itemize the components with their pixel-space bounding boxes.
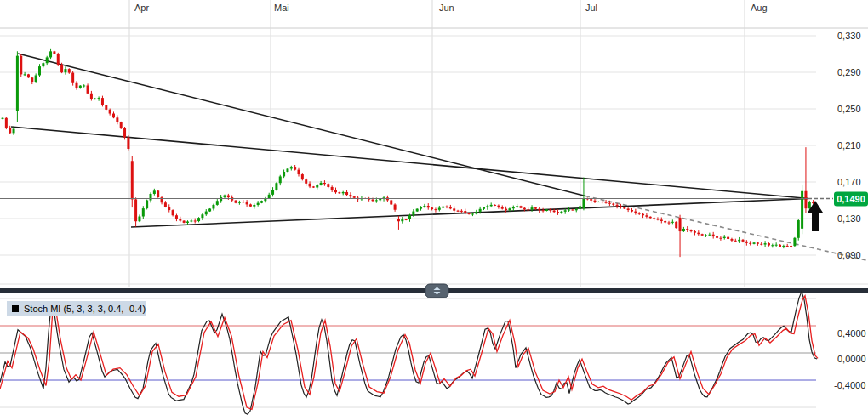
indicator-legend[interactable]: Stoch MI (5, 3, 3, 3, 0.4, -0.4)	[7, 301, 146, 316]
trendline-ascending-support	[131, 199, 808, 228]
month-label: Jun	[439, 3, 454, 13]
month-label: Jul	[585, 3, 597, 13]
price-axis[interactable]: 0,330 0,290 0,250 0,210 0,170 0,130 0,09…	[834, 31, 868, 260]
trendline-descending-shallow	[11, 127, 808, 199]
stoch-axis[interactable]: 0,4000 0,0000 -0,4000	[834, 328, 866, 390]
chart-canvas[interactable]: Apr Mai Jun Jul Aug 0,330 0,290 0,250 0,…	[0, 0, 868, 415]
time-ruler[interactable]: Apr Mai Jun Jul Aug	[134, 3, 768, 13]
month-label: Mai	[274, 3, 289, 13]
price-tick: 0,130	[837, 213, 861, 224]
price-tick: 0,290	[837, 67, 861, 77]
trendline-annotations[interactable]	[11, 54, 866, 260]
month-label: Aug	[751, 3, 768, 13]
indicator-label: Stoch MI (5, 3, 3, 3, 0.4, -0.4)	[24, 304, 146, 314]
indicator-bullet-icon	[12, 305, 19, 312]
stoch-tick: 0,4000	[837, 328, 866, 338]
price-tick: 0,170	[837, 177, 861, 187]
stoch-tick: -0,4000	[834, 380, 865, 390]
price-tick: 0,090	[837, 250, 861, 260]
price-tick: 0,250	[837, 104, 861, 114]
trading-chart-window: Apr Mai Jun Jul Aug 0,330 0,290 0,250 0,…	[0, 0, 868, 415]
last-price-label: 0,1490	[837, 194, 865, 204]
month-label: Apr	[134, 3, 149, 13]
stoch-tick: 0,0000	[837, 354, 866, 364]
panel-splitter-button[interactable]	[425, 284, 448, 298]
price-tick: 0,210	[837, 140, 861, 151]
grid-lines	[0, 0, 868, 287]
price-tick: 0,330	[837, 31, 861, 41]
last-price-badge: 0,1490	[834, 192, 868, 207]
